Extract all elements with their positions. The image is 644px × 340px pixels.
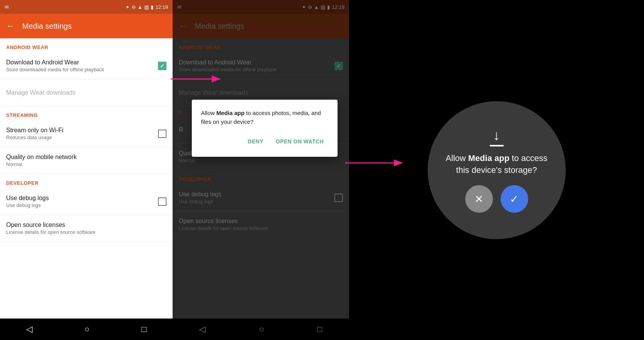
back-arrow-1[interactable]: ←	[6, 21, 15, 31]
download-icon-bar	[490, 145, 504, 146]
bluetooth-icon: ✦	[125, 4, 130, 10]
wifi-icon: ▲	[138, 4, 143, 10]
time-display-1: 12:19	[155, 4, 168, 10]
watch-confirm-button[interactable]: ✓	[501, 185, 528, 213]
nav-back-icon-1[interactable]: ◁	[26, 324, 33, 334]
settings-item-download-to-wear[interactable]: Download to Android Wear Store downloade…	[0, 53, 173, 79]
settings-content-1: ANDROID WEAR Download to Android Wear St…	[0, 38, 173, 319]
settings-item-quality-mobile-subtitle: Normal	[6, 161, 166, 167]
checkbox-stream-wifi[interactable]	[158, 130, 166, 138]
nav-home-icon-1[interactable]: ○	[84, 324, 89, 334]
status-bar-right-1: ✦ ⊖ ▲ ▨ ▮ 12:19	[125, 4, 168, 10]
section-header-streaming: STREAMING	[0, 106, 173, 120]
mail-icon: ✉	[5, 4, 9, 10]
phone-screen-1: ✉ ✦ ⊖ ▲ ▨ ▮ 12:19 ← Media settings ANDRO…	[0, 0, 173, 340]
arrow-2	[345, 157, 407, 169]
watch-area: ↓ Allow Media app to access this device'…	[349, 0, 644, 340]
download-icon: ↓	[490, 127, 504, 146]
dialog-buttons: DENY OPEN ON WATCH	[201, 135, 328, 148]
dialog-text: Allow Media app to access photos, media,…	[201, 109, 328, 126]
watch-text: Allow Media app to access this device's …	[428, 153, 566, 176]
checkbox-debug-logs[interactable]	[158, 197, 166, 206]
permission-dialog: Allow Media app to access photos, media,…	[192, 100, 338, 157]
settings-item-quality-mobile[interactable]: Quality on mobile network Normal	[0, 147, 173, 174]
settings-item-debug-logs-subtitle: Use debug logs	[6, 202, 158, 208]
settings-item-open-source-title: Open source licenses	[6, 222, 166, 228]
settings-item-quality-mobile-title: Quality on mobile network	[6, 154, 166, 161]
app-bar-title-1: Media settings	[22, 22, 72, 31]
app-bar-1: ← Media settings	[0, 14, 173, 38]
section-header-developer: DEVELOPER	[0, 174, 173, 188]
nav-recent-icon-1[interactable]: □	[142, 324, 147, 334]
settings-item-download-to-wear-text: Download to Android Wear Store downloade…	[6, 59, 158, 72]
dialog-open-watch-button[interactable]: OPEN ON WATCH	[271, 135, 328, 148]
checkbox-download-to-wear[interactable]	[158, 62, 166, 70]
settings-item-debug-logs[interactable]: Use debug logs Use debug logs	[0, 188, 173, 215]
dialog-app-name: Media app	[216, 110, 244, 116]
arrow-1	[171, 73, 224, 85]
settings-item-stream-wifi-text: Stream only on Wi-Fi Reduces data usage	[6, 127, 158, 140]
section-header-android-wear: ANDROID WEAR	[0, 38, 173, 53]
dialog-deny-button[interactable]: DENY	[243, 135, 268, 148]
settings-item-debug-logs-text: Use debug logs Use debug logs	[6, 195, 158, 208]
settings-item-open-source[interactable]: Open source licenses License details for…	[0, 215, 173, 242]
watch-deny-button[interactable]: ✕	[465, 185, 493, 213]
nav-bar-1: ◁ ○ □	[0, 319, 173, 340]
watch-confirm-icon: ✓	[510, 193, 519, 205]
watch-app-name: Media app	[468, 153, 510, 163]
settings-item-download-to-wear-subtitle: Store downloaded media for offline playb…	[6, 67, 158, 72]
battery-icon: ▮	[151, 4, 153, 10]
phone-screen-2: ✉ ✦ ⊖ ▲ ▨ ▮ 12:19 ← Media settings ANDRO…	[173, 0, 349, 340]
settings-item-stream-wifi-subtitle: Reduces data usage	[6, 135, 158, 140]
settings-item-quality-mobile-text: Quality on mobile network Normal	[6, 154, 166, 167]
settings-item-stream-wifi-title: Stream only on Wi-Fi	[6, 127, 158, 134]
settings-item-download-to-wear-title: Download to Android Wear	[6, 59, 158, 66]
status-bar-1: ✉ ✦ ⊖ ▲ ▨ ▮ 12:19	[0, 0, 173, 14]
settings-item-manage-wear-title: Manage Wear downloads	[6, 89, 166, 96]
settings-item-debug-logs-title: Use debug logs	[6, 195, 158, 202]
minus-circle-icon: ⊖	[132, 4, 136, 10]
settings-item-open-source-text: Open source licenses License details for…	[6, 222, 166, 235]
watch-deny-icon: ✕	[474, 193, 483, 205]
signal-icon: ▨	[144, 4, 149, 10]
settings-item-manage-wear-text: Manage Wear downloads	[6, 89, 166, 96]
watch-buttons: ✕ ✓	[465, 185, 528, 213]
settings-item-stream-wifi[interactable]: Stream only on Wi-Fi Reduces data usage	[0, 120, 173, 147]
status-bar-left-1: ✉	[5, 4, 9, 10]
settings-item-open-source-subtitle: License details for open source software	[6, 229, 166, 235]
dim-overlay	[173, 0, 349, 340]
settings-item-manage-wear: Manage Wear downloads	[0, 79, 173, 106]
watch-circle: ↓ Allow Media app to access this device'…	[428, 101, 566, 239]
